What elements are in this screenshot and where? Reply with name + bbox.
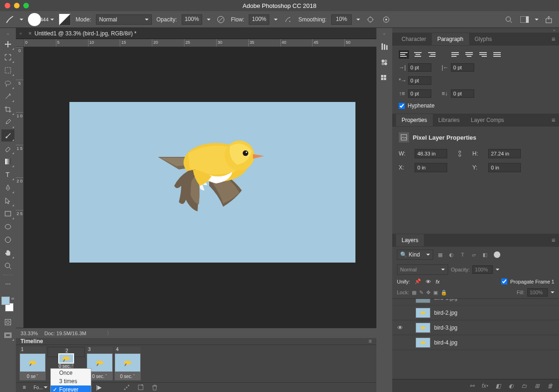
- rectangle-tool[interactable]: [1, 208, 14, 220]
- visibility-icon[interactable]: 👁: [397, 324, 403, 331]
- new-frame-icon[interactable]: [136, 383, 145, 392]
- timeline-frame[interactable]: 40 sec.˅: [115, 347, 141, 380]
- tab-paragraph[interactable]: Paragraph: [432, 33, 469, 45]
- layer-row[interactable]: bird-4.jpg: [392, 335, 559, 350]
- close-tab-icon[interactable]: ×: [28, 30, 32, 37]
- screen-mode-icon[interactable]: [1, 329, 14, 341]
- justify-all-icon[interactable]: [492, 50, 502, 59]
- hand-tool[interactable]: [1, 247, 14, 259]
- layer-name[interactable]: bird-4.jpg: [434, 339, 457, 346]
- panel-menu-icon[interactable]: ≡: [552, 116, 555, 124]
- unify-visibility-icon[interactable]: 👁: [426, 279, 431, 284]
- layer-thumbnail[interactable]: [416, 298, 430, 303]
- pressure-opacity-icon[interactable]: [215, 14, 226, 25]
- new-layer-icon[interactable]: ⊞: [533, 382, 541, 390]
- move-tool[interactable]: [1, 38, 14, 50]
- height-input[interactable]: [488, 149, 521, 158]
- color-swatches[interactable]: ⇄: [1, 297, 14, 311]
- smoothing-options-icon[interactable]: [365, 14, 376, 25]
- marquee-tool[interactable]: [1, 64, 14, 76]
- width-input[interactable]: [415, 149, 447, 158]
- unify-style-icon[interactable]: fx: [436, 279, 440, 284]
- lock-paint-icon[interactable]: ✎: [419, 290, 423, 296]
- lasso-tool[interactable]: [1, 77, 14, 89]
- flow-input[interactable]: 100%: [249, 14, 269, 25]
- doc-info[interactable]: Doc: 19.5M/16.3M: [44, 331, 86, 336]
- layer-name[interactable]: bird-3.jpg: [434, 324, 457, 331]
- collapse-tabs[interactable]: «: [20, 31, 22, 36]
- layer-mask-icon[interactable]: ◧: [494, 382, 502, 390]
- close-window[interactable]: [5, 3, 10, 8]
- layer-thumbnail[interactable]: [416, 338, 430, 348]
- brush-tool[interactable]: [1, 129, 14, 142]
- filter-shape-icon[interactable]: ▱: [470, 250, 478, 259]
- adjustment-layer-icon[interactable]: ◐: [507, 382, 515, 390]
- collapse-right-panels[interactable]: »: [392, 28, 559, 33]
- blend-mode-select[interactable]: Normal: [397, 264, 448, 275]
- canvas-area[interactable]: 05101520253035404550 051 01 52 02 5: [16, 39, 376, 328]
- panel-menu-icon[interactable]: ≡: [552, 35, 555, 43]
- align-left-icon[interactable]: [399, 50, 409, 59]
- layer-group-icon[interactable]: 🗀: [520, 382, 528, 390]
- layer-name[interactable]: bird-1.jpg: [434, 298, 457, 301]
- smoothing-input[interactable]: 10%: [331, 14, 352, 25]
- brush-preset-dropdown[interactable]: [20, 19, 23, 20]
- smoothing-dropdown[interactable]: [356, 19, 360, 20]
- link-layers-icon[interactable]: ⚯: [468, 382, 476, 390]
- link-dimensions-icon[interactable]: [456, 149, 464, 158]
- ruler-origin[interactable]: [16, 39, 24, 47]
- canvas[interactable]: [69, 102, 355, 263]
- swatches-panel-icon[interactable]: [379, 57, 390, 68]
- opacity-dropdown[interactable]: [496, 269, 499, 270]
- path-selection-tool[interactable]: [1, 195, 14, 207]
- layer-opacity-input[interactable]: [472, 265, 493, 274]
- pressure-size-icon[interactable]: [381, 14, 392, 25]
- ruler-horizontal[interactable]: 05101520253035404550: [24, 39, 376, 47]
- layer-thumbnail[interactable]: [416, 308, 430, 318]
- hyphenate-checkbox[interactable]: Hyphenate: [399, 102, 552, 109]
- align-center-icon[interactable]: [413, 50, 423, 59]
- indent-right-input[interactable]: [451, 63, 474, 72]
- expand-panels[interactable]: «: [383, 32, 385, 36]
- brush-preset-icon[interactable]: [5, 14, 15, 25]
- indent-left-input[interactable]: [408, 63, 431, 72]
- filter-pixel-icon[interactable]: ▦: [436, 250, 444, 259]
- layer-name[interactable]: bird-2.jpg: [434, 310, 457, 316]
- collapse-tools[interactable]: «: [3, 32, 13, 35]
- edit-toolbar[interactable]: ⋯: [1, 278, 14, 290]
- tab-layer-comps[interactable]: Layer Comps: [465, 114, 510, 126]
- lock-artboard-icon[interactable]: ▣: [433, 290, 438, 296]
- zoom-tool[interactable]: [1, 260, 14, 272]
- tab-properties[interactable]: Properties: [396, 114, 433, 126]
- fill-dropdown[interactable]: [551, 291, 554, 293]
- filter-toggle[interactable]: [494, 251, 500, 258]
- brush-size-swatch[interactable]: [28, 13, 41, 26]
- quick-mask-icon[interactable]: [1, 316, 14, 328]
- zoom-readout[interactable]: 33.33%: [20, 331, 38, 336]
- workspace-icon[interactable]: [519, 14, 530, 25]
- tab-character[interactable]: Character: [396, 33, 432, 45]
- tab-layers[interactable]: Layers: [396, 234, 424, 246]
- lock-pixels-icon[interactable]: ▦: [412, 290, 416, 296]
- filter-type-icon[interactable]: T: [458, 250, 467, 259]
- eraser-tool[interactable]: [1, 142, 14, 155]
- layer-row[interactable]: bird-1.jpg: [392, 298, 559, 305]
- gradient-tool[interactable]: [1, 155, 14, 168]
- timeline-frame[interactable]: 10 se˅: [20, 347, 46, 380]
- custom-shape-tool[interactable]: [1, 234, 14, 246]
- brushes-panel-icon[interactable]: [379, 41, 390, 52]
- loop-option-3times[interactable]: 3 times: [51, 377, 91, 385]
- delete-frame-icon[interactable]: [150, 383, 159, 392]
- justify-right-icon[interactable]: [478, 50, 488, 59]
- delete-layer-icon[interactable]: 🗑: [546, 382, 554, 390]
- magic-wand-tool[interactable]: [1, 90, 14, 102]
- opacity-input[interactable]: 100%: [182, 14, 202, 25]
- filter-adjustment-icon[interactable]: ◐: [447, 250, 456, 259]
- y-input[interactable]: [488, 163, 521, 172]
- filter-smart-icon[interactable]: ◧: [481, 250, 489, 259]
- loop-dropdown[interactable]: Fo...: [34, 383, 48, 392]
- panel-menu-icon[interactable]: ≡: [368, 338, 372, 345]
- layer-row[interactable]: 👁bird-3.jpg: [392, 320, 559, 335]
- timeline-menu-icon[interactable]: ≡: [20, 383, 29, 392]
- propagate-checkbox[interactable]: Propagate Frame 1: [501, 278, 554, 284]
